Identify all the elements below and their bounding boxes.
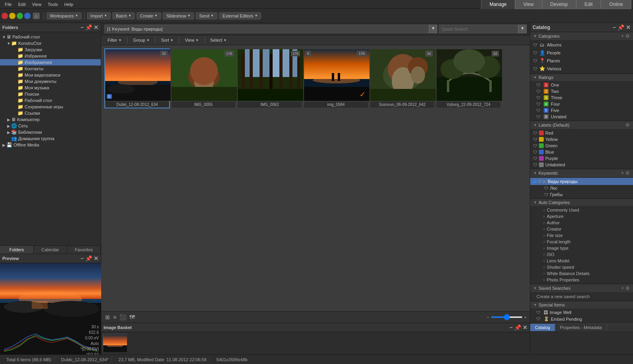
expand-icon[interactable]: ▶	[6, 130, 11, 135]
keywords-add-btn[interactable]: +	[621, 170, 624, 176]
expand-icon[interactable]: +	[543, 259, 545, 263]
categories-add-btn[interactable]: +	[621, 33, 624, 39]
folder-item[interactable]: 📁 Рабочий стол	[0, 97, 101, 104]
thumbnail-item[interactable]: 32 Sosnovo_08-09-2012_642	[369, 48, 435, 108]
path-input[interactable]	[104, 25, 429, 33]
compare-view-btn[interactable]: ⬛	[119, 313, 127, 321]
labels-header[interactable]: ▼ Labels (Default) ⚙	[530, 121, 633, 129]
catalog-item-places[interactable]: 🛡 📍 Places	[530, 57, 633, 65]
menu-edit[interactable]: Edit	[15, 1, 29, 8]
sort-btn[interactable]: Sort▼	[158, 37, 177, 43]
nav-up[interactable]	[17, 13, 23, 19]
external-editors-btn[interactable]: External Editors▼	[219, 12, 262, 19]
menu-tools[interactable]: Tools	[44, 1, 61, 8]
auto-cat-commonly-used[interactable]: + Commonly Used	[530, 207, 633, 213]
list-view-btn[interactable]: ≡	[112, 313, 117, 321]
expand-icon[interactable]: +	[543, 233, 545, 238]
labels-gear-btn[interactable]: ⚙	[625, 122, 630, 128]
create-saved-search-btn[interactable]: Create a new saved search	[530, 293, 633, 300]
special-item-image-well[interactable]: 🛡 🖼 Image Well	[530, 309, 633, 316]
tab-develop[interactable]: Develop	[542, 0, 576, 9]
preview-pin-btn[interactable]: 📌	[85, 255, 92, 262]
tab-favorites[interactable]: Favorites	[67, 246, 101, 254]
auto-cat-image-type[interactable]: + Image type	[530, 245, 633, 251]
expand-icon[interactable]: +	[543, 240, 545, 244]
auto-cat-filesize[interactable]: + File size	[530, 232, 633, 239]
expand-icon[interactable]: +	[543, 272, 545, 276]
basket-collapse-btn[interactable]: −	[510, 324, 513, 331]
saved-searches-add-btn[interactable]: +	[621, 285, 624, 291]
ratings-header[interactable]: ▼ Ratings	[530, 74, 633, 81]
view-btn[interactable]: View▼	[182, 37, 202, 43]
thumbnail-item[interactable]: 32 D Dubki_12-08-2	[104, 48, 170, 108]
catalog-close-btn[interactable]: ✕	[626, 24, 631, 31]
batch-btn[interactable]: Batch▼	[112, 12, 135, 19]
thumbnail-item[interactable]: 32 Vyborg_22-09-2012_724	[436, 48, 501, 108]
panel-pin-btn[interactable]: 📌	[85, 24, 92, 31]
expand-icon[interactable]: ▶	[2, 143, 6, 147]
panel-collapse-btn[interactable]: −	[81, 24, 84, 31]
import-btn[interactable]: Import▼	[87, 12, 111, 19]
special-item-embed-pending[interactable]: 🛡 ⏳ Embed Pending	[530, 316, 633, 322]
rating-four[interactable]: 🛡 4 Four	[530, 101, 633, 107]
thumbnail-item[interactable]: 5 176 ✓	[303, 48, 369, 108]
expand-icon[interactable]: +	[543, 214, 545, 219]
expand-icon[interactable]: +	[543, 208, 545, 212]
expand-icon[interactable]: +	[543, 221, 545, 225]
basket-close-btn[interactable]: ✕	[523, 324, 527, 331]
thumbnail-item[interactable]: 176 IMG_0055	[171, 48, 236, 108]
categories-header[interactable]: ▼ Categories + ⚙	[530, 32, 633, 40]
folder-item[interactable]: 📁 Контакты	[0, 65, 101, 72]
expand-icon[interactable]: ▶	[6, 124, 11, 128]
panel-close-btn[interactable]: ✕	[94, 24, 98, 31]
auto-cat-lens-model[interactable]: + Lens Model	[530, 258, 633, 264]
zoom-minus[interactable]: −	[487, 315, 489, 320]
select-btn[interactable]: Select▼	[207, 37, 230, 43]
folder-item[interactable]: 📁 Моя музыка	[0, 85, 101, 91]
tab-manage[interactable]: Manage	[481, 0, 515, 9]
folder-item-images[interactable]: 📁 Изображения	[0, 59, 101, 65]
basket-pin-btn[interactable]: 📌	[514, 324, 521, 331]
group-btn[interactable]: Group▼	[130, 37, 153, 43]
label-purple[interactable]: 🛡 Purple	[530, 155, 633, 162]
folder-item[interactable]: 📁 Мои видеозаписи	[0, 72, 101, 78]
preview-close-btn[interactable]: ✕	[94, 255, 98, 262]
folder-item[interactable]: 📁 Мои документы	[0, 78, 101, 85]
menu-file[interactable]: File	[2, 1, 15, 8]
saved-searches-gear-btn[interactable]: ⚙	[625, 285, 630, 291]
auto-categories-header[interactable]: ▼ Auto Categories	[530, 199, 633, 206]
folder-item[interactable]: 📁 Поиски	[0, 91, 101, 97]
create-btn[interactable]: Create▼	[137, 12, 161, 19]
menu-view[interactable]: View	[29, 1, 45, 8]
thumbnail-item[interactable]: 176	[237, 48, 302, 108]
path-dropdown-btn[interactable]: ▼	[429, 25, 437, 33]
grid-view-btn[interactable]: ⊞	[104, 313, 111, 321]
catalog-collapse-btn[interactable]: −	[613, 24, 616, 31]
keywords-gear-btn[interactable]: ⚙	[625, 170, 630, 176]
nav-back[interactable]	[2, 13, 8, 19]
expand-icon[interactable]: +	[543, 246, 545, 250]
auto-cat-photo-props[interactable]: + Photo Properties	[530, 277, 633, 283]
catalog-pin-btn[interactable]: 📌	[618, 24, 624, 31]
folder-item-offline[interactable]: ▶ 💾 Offline Media	[0, 142, 101, 148]
tab-folders[interactable]: Folders	[0, 246, 34, 254]
catalog-item-people[interactable]: 🛡 👤 People	[530, 49, 633, 57]
tab-catalog[interactable]: Catalog	[530, 324, 555, 331]
tab-properties-metadata[interactable]: Properties - Metadata	[555, 324, 607, 331]
rating-unrated[interactable]: 🛡 0 Unrated	[530, 114, 633, 120]
send-btn[interactable]: Send▼	[196, 12, 217, 19]
folder-item[interactable]: 📁 Ссылки	[0, 110, 101, 116]
catalog-item-various[interactable]: 🛡 ⭐ Various	[530, 65, 633, 73]
auto-cat-focal-length[interactable]: + Focal length	[530, 239, 633, 245]
nav-home[interactable]: ⌂	[33, 13, 40, 19]
nav-forward[interactable]	[9, 13, 15, 19]
label-green[interactable]: 🛡 Green	[530, 143, 633, 149]
auto-cat-shutter-speed[interactable]: + Shutter speed	[530, 264, 633, 270]
slideshow-btn[interactable]: Slideshow▼	[163, 12, 194, 19]
label-yellow[interactable]: 🛡 Yellow	[530, 136, 633, 143]
folder-item-libraries[interactable]: ▶ 📚 Библиотеки	[0, 129, 101, 135]
zoom-plus[interactable]: +	[524, 315, 527, 320]
keywords-header[interactable]: ▼ Keywords + ⚙	[530, 169, 633, 177]
expand-icon[interactable]: +	[543, 252, 545, 257]
map-view-btn[interactable]: 🗺	[129, 313, 136, 321]
